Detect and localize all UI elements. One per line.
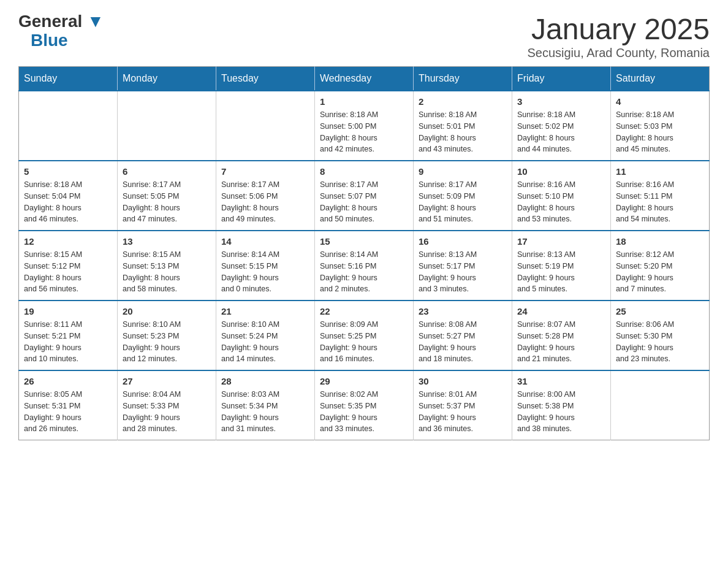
calendar-body: 1Sunrise: 8:18 AMSunset: 5:00 PMDaylight… <box>19 91 710 440</box>
day-number: 3 <box>517 96 605 107</box>
header-saturday: Saturday <box>611 67 710 91</box>
header-friday: Friday <box>512 67 611 91</box>
day-info: Sunrise: 8:15 AMSunset: 5:12 PMDaylight:… <box>24 249 112 295</box>
day-number: 24 <box>517 306 605 316</box>
calendar-header: SundayMondayTuesdayWednesdayThursdayFrid… <box>19 67 710 91</box>
cell-w1-d0 <box>19 91 118 161</box>
day-number: 23 <box>419 306 507 316</box>
day-info: Sunrise: 8:18 AMSunset: 5:02 PMDaylight:… <box>517 109 605 155</box>
day-info: Sunrise: 8:10 AMSunset: 5:24 PMDaylight:… <box>221 319 309 365</box>
header-monday: Monday <box>118 67 216 91</box>
page-header: General ▼ Blue January 2025 Secusigiu, A… <box>18 12 710 60</box>
day-number: 22 <box>320 306 408 316</box>
day-info: Sunrise: 8:14 AMSunset: 5:15 PMDaylight:… <box>221 249 309 295</box>
cell-w3-d5: 17Sunrise: 8:13 AMSunset: 5:19 PMDayligh… <box>512 231 611 301</box>
calendar-title: January 2025 <box>527 12 710 46</box>
logo-general-text: General ▼ <box>18 12 104 31</box>
day-number: 21 <box>221 306 309 316</box>
cell-w5-d3: 29Sunrise: 8:02 AMSunset: 5:35 PMDayligh… <box>315 370 414 440</box>
header-tuesday: Tuesday <box>216 67 315 91</box>
day-info: Sunrise: 8:10 AMSunset: 5:23 PMDaylight:… <box>123 319 211 365</box>
cell-w3-d4: 16Sunrise: 8:13 AMSunset: 5:17 PMDayligh… <box>414 231 512 301</box>
day-number: 29 <box>320 376 408 386</box>
cell-w5-d1: 27Sunrise: 8:04 AMSunset: 5:33 PMDayligh… <box>118 370 216 440</box>
cell-w3-d3: 15Sunrise: 8:14 AMSunset: 5:16 PMDayligh… <box>315 231 414 301</box>
cell-w2-d4: 9Sunrise: 8:17 AMSunset: 5:09 PMDaylight… <box>414 161 512 231</box>
week-row-5: 26Sunrise: 8:05 AMSunset: 5:31 PMDayligh… <box>19 370 710 440</box>
day-info: Sunrise: 8:17 AMSunset: 5:07 PMDaylight:… <box>320 179 408 225</box>
cell-w1-d3: 1Sunrise: 8:18 AMSunset: 5:00 PMDaylight… <box>315 91 414 161</box>
day-number: 31 <box>517 376 605 386</box>
day-info: Sunrise: 8:18 AMSunset: 5:04 PMDaylight:… <box>24 179 112 225</box>
day-info: Sunrise: 8:13 AMSunset: 5:19 PMDaylight:… <box>517 249 605 295</box>
logo: General ▼ Blue <box>18 12 104 50</box>
cell-w1-d5: 3Sunrise: 8:18 AMSunset: 5:02 PMDaylight… <box>512 91 611 161</box>
day-number: 4 <box>616 96 704 107</box>
day-number: 14 <box>221 236 309 247</box>
header-thursday: Thursday <box>414 67 512 91</box>
day-info: Sunrise: 8:17 AMSunset: 5:05 PMDaylight:… <box>123 179 211 225</box>
cell-w2-d1: 6Sunrise: 8:17 AMSunset: 5:05 PMDaylight… <box>118 161 216 231</box>
cell-w4-d1: 20Sunrise: 8:10 AMSunset: 5:23 PMDayligh… <box>118 301 216 370</box>
cell-w1-d6: 4Sunrise: 8:18 AMSunset: 5:03 PMDaylight… <box>611 91 710 161</box>
cell-w4-d2: 21Sunrise: 8:10 AMSunset: 5:24 PMDayligh… <box>216 301 315 370</box>
cell-w2-d3: 8Sunrise: 8:17 AMSunset: 5:07 PMDaylight… <box>315 161 414 231</box>
cell-w2-d6: 11Sunrise: 8:16 AMSunset: 5:11 PMDayligh… <box>611 161 710 231</box>
cell-w4-d0: 19Sunrise: 8:11 AMSunset: 5:21 PMDayligh… <box>19 301 118 370</box>
day-number: 30 <box>419 376 507 386</box>
cell-w5-d4: 30Sunrise: 8:01 AMSunset: 5:37 PMDayligh… <box>414 370 512 440</box>
cell-w5-d5: 31Sunrise: 8:00 AMSunset: 5:38 PMDayligh… <box>512 370 611 440</box>
day-number: 19 <box>24 306 112 316</box>
day-number: 9 <box>419 166 507 177</box>
days-of-week-row: SundayMondayTuesdayWednesdayThursdayFrid… <box>19 67 710 91</box>
cell-w4-d4: 23Sunrise: 8:08 AMSunset: 5:27 PMDayligh… <box>414 301 512 370</box>
cell-w5-d2: 28Sunrise: 8:03 AMSunset: 5:34 PMDayligh… <box>216 370 315 440</box>
day-info: Sunrise: 8:15 AMSunset: 5:13 PMDaylight:… <box>123 249 211 295</box>
cell-w3-d1: 13Sunrise: 8:15 AMSunset: 5:13 PMDayligh… <box>118 231 216 301</box>
cell-w3-d2: 14Sunrise: 8:14 AMSunset: 5:15 PMDayligh… <box>216 231 315 301</box>
day-number: 25 <box>616 306 704 316</box>
week-row-3: 12Sunrise: 8:15 AMSunset: 5:12 PMDayligh… <box>19 231 710 301</box>
header-wednesday: Wednesday <box>315 67 414 91</box>
day-number: 5 <box>24 166 112 177</box>
day-info: Sunrise: 8:07 AMSunset: 5:28 PMDaylight:… <box>517 319 605 365</box>
day-info: Sunrise: 8:13 AMSunset: 5:17 PMDaylight:… <box>419 249 507 295</box>
day-info: Sunrise: 8:14 AMSunset: 5:16 PMDaylight:… <box>320 249 408 295</box>
day-info: Sunrise: 8:03 AMSunset: 5:34 PMDaylight:… <box>221 389 309 435</box>
cell-w4-d6: 25Sunrise: 8:06 AMSunset: 5:30 PMDayligh… <box>611 301 710 370</box>
week-row-2: 5Sunrise: 8:18 AMSunset: 5:04 PMDaylight… <box>19 161 710 231</box>
day-info: Sunrise: 8:04 AMSunset: 5:33 PMDaylight:… <box>123 389 211 435</box>
cell-w4-d5: 24Sunrise: 8:07 AMSunset: 5:28 PMDayligh… <box>512 301 611 370</box>
day-number: 2 <box>419 96 507 107</box>
cell-w1-d4: 2Sunrise: 8:18 AMSunset: 5:01 PMDaylight… <box>414 91 512 161</box>
cell-w2-d5: 10Sunrise: 8:16 AMSunset: 5:10 PMDayligh… <box>512 161 611 231</box>
cell-w3-d6: 18Sunrise: 8:12 AMSunset: 5:20 PMDayligh… <box>611 231 710 301</box>
day-number: 8 <box>320 166 408 177</box>
day-info: Sunrise: 8:18 AMSunset: 5:01 PMDaylight:… <box>419 109 507 155</box>
cell-w3-d0: 12Sunrise: 8:15 AMSunset: 5:12 PMDayligh… <box>19 231 118 301</box>
day-number: 11 <box>616 166 704 177</box>
day-number: 15 <box>320 236 408 247</box>
logo-blue-text: Blue <box>31 31 68 50</box>
day-info: Sunrise: 8:00 AMSunset: 5:38 PMDaylight:… <box>517 389 605 435</box>
day-number: 16 <box>419 236 507 247</box>
day-info: Sunrise: 8:05 AMSunset: 5:31 PMDaylight:… <box>24 389 112 435</box>
day-info: Sunrise: 8:08 AMSunset: 5:27 PMDaylight:… <box>419 319 507 365</box>
logo-triangle-icon: ▼ <box>87 12 104 31</box>
day-number: 18 <box>616 236 704 247</box>
cell-w2-d2: 7Sunrise: 8:17 AMSunset: 5:06 PMDaylight… <box>216 161 315 231</box>
day-info: Sunrise: 8:16 AMSunset: 5:10 PMDaylight:… <box>517 179 605 225</box>
day-info: Sunrise: 8:09 AMSunset: 5:25 PMDaylight:… <box>320 319 408 365</box>
day-number: 7 <box>221 166 309 177</box>
day-number: 13 <box>123 236 211 247</box>
day-number: 28 <box>221 376 309 386</box>
cell-w1-d1 <box>118 91 216 161</box>
cell-w2-d0: 5Sunrise: 8:18 AMSunset: 5:04 PMDaylight… <box>19 161 118 231</box>
day-info: Sunrise: 8:18 AMSunset: 5:00 PMDaylight:… <box>320 109 408 155</box>
day-number: 10 <box>517 166 605 177</box>
header-sunday: Sunday <box>19 67 118 91</box>
day-info: Sunrise: 8:17 AMSunset: 5:06 PMDaylight:… <box>221 179 309 225</box>
cell-w5-d0: 26Sunrise: 8:05 AMSunset: 5:31 PMDayligh… <box>19 370 118 440</box>
week-row-4: 19Sunrise: 8:11 AMSunset: 5:21 PMDayligh… <box>19 301 710 370</box>
day-info: Sunrise: 8:17 AMSunset: 5:09 PMDaylight:… <box>419 179 507 225</box>
